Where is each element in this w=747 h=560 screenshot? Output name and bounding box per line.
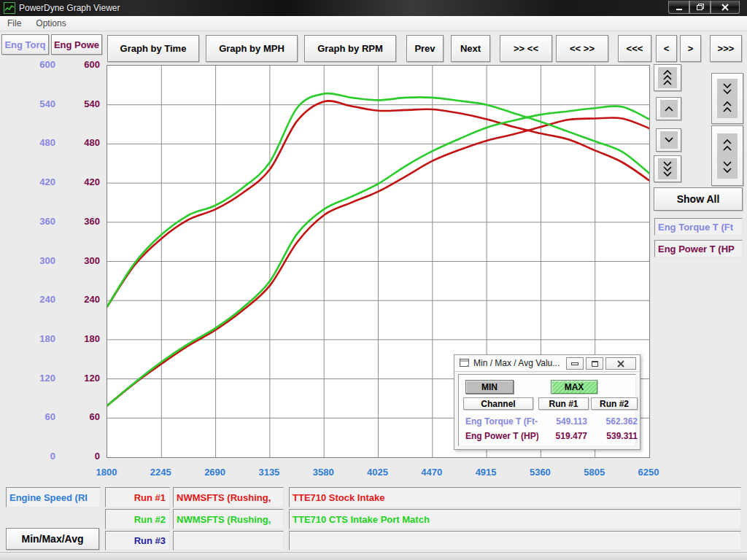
menu-file[interactable]: File — [0, 16, 28, 31]
xtick-4915: 4915 — [464, 467, 508, 478]
app-icon — [4, 2, 15, 14]
minmax-maximize-icon[interactable] — [586, 357, 603, 370]
power-ytick-420: 420 — [68, 176, 100, 188]
scroll-far-left-button[interactable]: <<< — [618, 35, 651, 62]
y-scroll-up-button[interactable] — [656, 97, 681, 120]
run3-operator-field[interactable] — [173, 531, 284, 551]
app-window: PowerDyne Graph Viewer File Options Eng … — [0, 0, 747, 560]
minmax-minimize-icon[interactable] — [566, 357, 584, 370]
run3-comment-field[interactable] — [289, 531, 741, 551]
torque-max-run2-value: 562.362 — [591, 416, 638, 427]
minmax-window[interactable]: Min / Max / Avg Valu... MIN MAX Channel … — [454, 354, 640, 450]
torque-ytick-0: 0 — [22, 451, 55, 462]
chevron-up-icon — [660, 100, 678, 117]
y-scroll-down-fast-button[interactable] — [654, 155, 681, 182]
triple-chevron-up-icon — [658, 67, 677, 88]
chevrons-expand-icon — [717, 133, 738, 179]
chevron-down-icon — [660, 131, 678, 149]
xtick-2690: 2690 — [193, 467, 237, 478]
close-icon[interactable] — [711, 1, 740, 14]
run1-label: Run #1 — [105, 487, 170, 508]
y-zoom-out-button[interactable] — [711, 125, 743, 186]
minmax-body: MIN MAX Channel Run #1 Run #2 Eng Torque… — [458, 374, 636, 446]
show-all-button[interactable]: Show All — [654, 187, 743, 211]
torque-ytick-480: 480 — [22, 137, 55, 149]
power-row-channel: Eng Power T (HP) — [465, 431, 538, 441]
power-ytick-180: 180 — [68, 333, 100, 345]
y-zoom-in-button[interactable] — [711, 73, 743, 124]
scroll-right-button[interactable]: > — [680, 35, 701, 62]
power-ytick-360: 360 — [68, 216, 100, 228]
minmax-close-icon[interactable] — [605, 357, 636, 370]
scroll-left-button[interactable]: < — [656, 35, 677, 62]
window-controls — [668, 1, 740, 14]
power-axis-button[interactable]: Eng Powe — [51, 34, 102, 55]
restore-icon[interactable] — [689, 1, 711, 14]
xtick-1800: 1800 — [85, 467, 128, 478]
xtick-6250: 6250 — [627, 467, 670, 478]
torque-ytick-240: 240 — [22, 294, 55, 306]
menu-options[interactable]: Options — [28, 16, 73, 31]
run1-operator-field[interactable]: NWMSFTS (Rushing, — [173, 487, 284, 508]
max-tab-button[interactable]: MAX — [551, 380, 597, 394]
torque-ytick-360: 360 — [22, 216, 55, 228]
torque-ytick-300: 300 — [22, 255, 55, 267]
xtick-5360: 5360 — [518, 467, 562, 478]
power-ytick-300: 300 — [68, 255, 100, 267]
xtick-4025: 4025 — [356, 467, 400, 478]
torque-axis-button[interactable]: Eng Torq — [1, 34, 49, 55]
minmax-window-title: Min / Max / Avg Valu... — [473, 358, 560, 368]
graph-by-mph-button[interactable]: Graph by MPH — [206, 35, 298, 62]
y-scroll-up-fast-button[interactable] — [654, 64, 681, 91]
graph-by-time-button[interactable]: Graph by Time — [107, 35, 199, 62]
y-scroll-down-button[interactable] — [656, 128, 681, 152]
power-ytick-240: 240 — [68, 294, 100, 306]
menubar: File Options — [0, 16, 747, 31]
xtick-3135: 3135 — [247, 467, 291, 478]
run2-operator-field[interactable]: NWMSFTS (Rushing, — [173, 509, 284, 529]
run2-comment-field[interactable]: TTE710 CTS Intake Port Match — [289, 509, 741, 529]
prev-button[interactable]: Prev — [406, 35, 444, 62]
chevrons-collapse-icon — [717, 79, 738, 118]
power-ytick-600: 600 — [68, 59, 100, 71]
column-header-run2[interactable]: Run #2 — [591, 397, 638, 410]
power-max-run2-value: 539.311 — [591, 431, 638, 441]
minmax-titlebar[interactable]: Min / Max / Avg Valu... — [454, 355, 640, 372]
zoom-in-x-button[interactable]: >> << — [500, 35, 552, 62]
xtick-4470: 4470 — [410, 467, 454, 478]
xtick-3580: 3580 — [301, 467, 345, 478]
torque-ytick-60: 60 — [22, 411, 55, 423]
torque-channel-box[interactable]: Eng Torque T (Ft — [654, 218, 743, 236]
graph-by-rpm-button[interactable]: Graph by RPM — [304, 35, 396, 62]
window-bottom-frame — [0, 552, 747, 560]
titlebar: PowerDyne Graph Viewer — [0, 0, 747, 16]
run2-label: Run #2 — [105, 509, 170, 529]
next-button[interactable]: Next — [451, 35, 490, 62]
run3-label: Run #3 — [105, 531, 170, 551]
power-ytick-540: 540 — [68, 98, 100, 110]
power-channel-box[interactable]: Eng Power T (HP — [654, 240, 743, 257]
power-ytick-60: 60 — [68, 411, 100, 423]
min-tab-button[interactable]: MIN — [465, 380, 514, 394]
run1-comment-field[interactable]: TTE710 Stock Intake — [289, 487, 741, 508]
x-channel-box[interactable]: Engine Speed (RI — [6, 487, 101, 508]
power-max-run1-value: 519.477 — [539, 431, 587, 441]
torque-max-run1-value: 549.113 — [539, 416, 587, 427]
triple-chevron-down-icon — [658, 158, 677, 179]
torque-ytick-540: 540 — [22, 98, 55, 110]
torque-row-channel: Eng Torque T (Ft- — [465, 416, 538, 427]
column-header-channel[interactable]: Channel — [463, 397, 533, 410]
scroll-far-right-button[interactable]: >>> — [710, 35, 742, 62]
power-ytick-120: 120 — [68, 373, 100, 384]
minmax-window-icon — [460, 359, 470, 368]
column-header-run1[interactable]: Run #1 — [538, 397, 589, 410]
zoom-out-x-button[interactable]: << >> — [556, 35, 608, 62]
torque-ytick-180: 180 — [22, 333, 55, 345]
power-ytick-0: 0 — [68, 451, 100, 462]
minmaxavg-button[interactable]: Min/Max/Avg — [6, 528, 99, 550]
minimize-icon[interactable] — [668, 1, 689, 14]
xtick-2245: 2245 — [139, 467, 182, 478]
torque-ytick-420: 420 — [22, 176, 55, 188]
window-title: PowerDyne Graph Viewer — [19, 3, 120, 13]
torque-ytick-600: 600 — [22, 59, 55, 71]
